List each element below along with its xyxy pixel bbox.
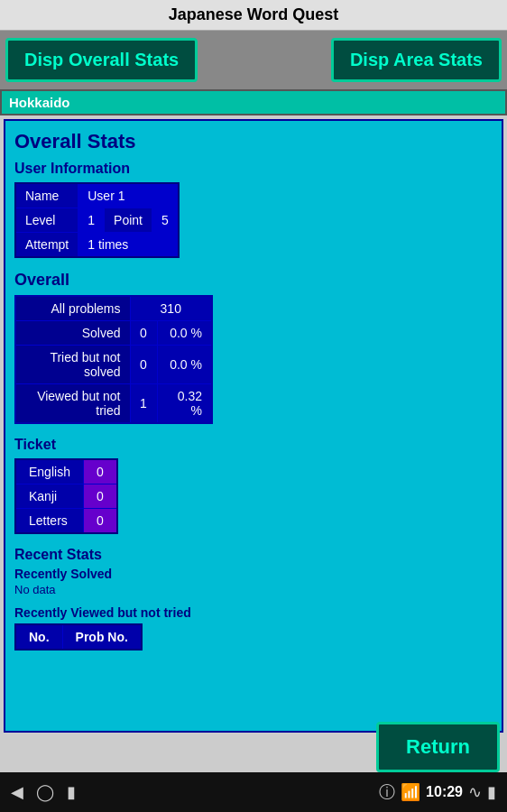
info-icon: ⓘ — [379, 781, 395, 803]
status-icons: ⓘ 📶 10:29 ∿ ▮ — [379, 781, 496, 803]
main-content: Overall Stats User Information Name User… — [4, 119, 503, 733]
table-row: Name User 1 — [15, 183, 179, 208]
nav-icons: ◀ ◯ ▮ — [11, 782, 76, 802]
table-row: No. Prob No. — [15, 624, 142, 650]
wifi-icon: ∿ — [468, 782, 482, 802]
all-problems-value: 310 — [130, 296, 212, 321]
app-title: Japanese Word Quest — [169, 5, 339, 23]
home-icon[interactable]: ◯ — [36, 782, 54, 802]
disp-overall-stats-button[interactable]: Disp Overall Stats — [5, 38, 198, 82]
table-row: English 0 — [15, 459, 117, 484]
sim-icon: 📶 — [401, 782, 420, 802]
solved-label: Solved — [15, 321, 130, 346]
user-info-label: User Information — [14, 161, 493, 177]
stats-table: All problems 310 Solved 0 0.0 % Tried bu… — [14, 295, 213, 424]
letters-ticket-value: 0 — [83, 509, 116, 534]
no-data-text: No data — [14, 583, 493, 596]
table-row: Kanji 0 — [15, 484, 117, 509]
table-row: Letters 0 — [15, 509, 117, 534]
viewed-not-tried-label: Viewed but not tried — [15, 384, 130, 424]
table-row: All problems 310 — [15, 296, 212, 321]
tried-not-solved-label: Tried but not solved — [15, 346, 130, 384]
table-row: Tried but not solved 0 0.0 % — [15, 346, 212, 384]
kanji-ticket-label: Kanji — [15, 484, 83, 509]
english-ticket-label: English — [15, 459, 83, 484]
area-selector-bar[interactable]: Hokkaido — [0, 89, 507, 115]
area-label: Hokkaido — [9, 95, 70, 110]
title-bar: Japanese Word Quest — [0, 0, 507, 31]
tried-not-solved-count: 0 — [130, 346, 157, 384]
no-header: No. — [15, 624, 62, 650]
disp-area-stats-button[interactable]: Disp Area Stats — [331, 38, 502, 82]
table-row: Solved 0 0.0 % — [15, 321, 212, 346]
bottom-bar: Return — [376, 722, 500, 772]
tried-not-solved-pct: 0.0 % — [157, 346, 212, 384]
return-button[interactable]: Return — [376, 722, 500, 772]
viewed-not-tried-count: 1 — [130, 384, 157, 424]
system-time: 10:29 — [426, 784, 463, 800]
recently-viewed-label: Recently Viewed but not tried — [14, 605, 493, 620]
ticket-table: English 0 Kanji 0 Letters 0 — [14, 458, 118, 534]
viewed-not-tried-pct: 0.32 % — [157, 384, 212, 424]
solved-count: 0 — [130, 321, 157, 346]
point-value: 5 — [152, 208, 178, 233]
user-info-table: Name User 1 Level 1 Point 5 Attempt 1 ti… — [14, 182, 180, 258]
attempt-label: Attempt — [15, 233, 78, 258]
overall-label: Overall — [14, 271, 493, 290]
point-label: Point — [105, 208, 152, 233]
kanji-ticket-value: 0 — [83, 484, 116, 509]
table-row: Level 1 Point 5 — [15, 208, 179, 233]
level-value: 1 — [78, 208, 105, 233]
letters-ticket-label: Letters — [15, 509, 83, 534]
system-bar: ◀ ◯ ▮ ⓘ 📶 10:29 ∿ ▮ — [0, 772, 507, 812]
overall-stats-title: Overall Stats — [14, 130, 493, 153]
solved-pct: 0.0 % — [157, 321, 212, 346]
battery-icon: ▮ — [487, 782, 496, 802]
table-row: Viewed but not tried 1 0.32 % — [15, 384, 212, 424]
recent-stats-label: Recent Stats — [14, 547, 493, 563]
all-problems-label: All problems — [15, 296, 130, 321]
viewed-table: No. Prob No. — [14, 623, 143, 651]
level-label: Level — [15, 208, 78, 233]
recents-icon[interactable]: ▮ — [67, 782, 76, 802]
recently-solved-label: Recently Solved — [14, 567, 493, 581]
ticket-label: Ticket — [14, 437, 493, 453]
table-row: Attempt 1 times — [15, 233, 179, 258]
name-label: Name — [15, 183, 78, 208]
english-ticket-value: 0 — [83, 459, 116, 484]
attempt-value: 1 times — [78, 233, 179, 258]
back-arrow-icon[interactable]: ◀ — [11, 782, 23, 802]
name-value: User 1 — [78, 183, 179, 208]
top-buttons-bar: Disp Overall Stats Disp Area Stats — [0, 31, 507, 89]
prob-no-header: Prob No. — [62, 624, 142, 650]
